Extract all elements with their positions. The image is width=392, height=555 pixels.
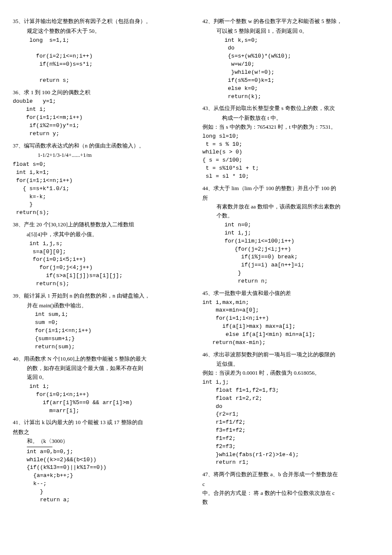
problem-38-title: 38、产生 20 个[30,120]上的随机整数放入二维数组 xyxy=(13,220,190,229)
problem-40-sub2: 返回 0。 xyxy=(13,373,190,382)
problem-42-title: 42、判断一个整数 w 的各位数字平方之和能否被 5 整除， xyxy=(202,17,379,26)
problem-41-code: int a=0,b=0,j; while((k>=2)&&(b<10)) {if… xyxy=(13,448,190,504)
problem-41-title: 41、计算出 k 以内最大的 10 个能被 13 或 17 整除的自 xyxy=(13,418,190,427)
problem-45: 45、求一批数中最大值和最小值的差 int i,max,min; max=min… xyxy=(202,289,379,347)
problem-43-example: 例如：当 s 中的数为：7654321 时，t 中的数为：7531。 xyxy=(202,123,379,132)
problem-42-sub: 可以被 5 整除则返回 1，否则返回 0。 xyxy=(202,27,379,36)
problem-38: 38、产生 20 个[30,120]上的随机整数放入二维数组 a[5][4]中，… xyxy=(13,220,190,288)
problem-40: 40、用函数求 N 个[10,60]上的整数中能被 5 整除的最大 的数，如存在… xyxy=(13,355,190,415)
problem-47-sub3: 数 xyxy=(202,498,379,507)
problem-44-title: 44、求大于 lim（lim 小于 100 的整数）并且小于 100 的 xyxy=(202,184,379,193)
problem-39-sub: 并在 main()函数中输出。 xyxy=(13,301,190,310)
problem-43-title: 43、从低位开始取出长整型变量 s 奇数位上的数，依次 xyxy=(202,104,379,113)
problem-46-code: int i,j; float f1=1,f2=1,f3; float r1=2,… xyxy=(202,379,379,467)
problem-46-example: 例如：当误差为 0.0001 时，函数值为 0.618056。 xyxy=(202,369,379,378)
problem-41: 41、计算出 k 以内最大的 10 个能被 13 或 17 整除的自 然数之 和… xyxy=(13,418,190,504)
problem-43-sub: 构成一个新数放在 t 中。 xyxy=(202,114,379,123)
problem-47: 47、将两个两位数的正整数 a、b 合并形成一个整数放在 c 中。合并的方式是：… xyxy=(202,470,379,506)
problem-37: 37、编写函数求表达式的和（n 的值由主函数输入）。 1-1/2+1/3-1/4… xyxy=(13,142,190,217)
left-column: 35、计算并输出给定整数的所有因子之积（包括自身）。 规定这个整数的值不大于 5… xyxy=(13,17,190,509)
problem-41-sub1: 然数之 xyxy=(13,428,190,437)
problem-44-sub1: 所 xyxy=(202,194,379,203)
separator-line xyxy=(27,447,52,447)
problem-39-code: int sum,i; sum =0; for(i=1;i<=n;i++) {su… xyxy=(13,311,190,351)
problem-42-code: int k,s=0; do {s=s+(w%10)*(w%10); w=w/10… xyxy=(202,37,379,101)
problem-47-title: 47、将两个两位数的正整数 a、b 合并形成一个整数放在 xyxy=(202,470,379,479)
problem-44-code: int n=0; int i,j; for(i=lim;i<=100;i++) … xyxy=(202,221,379,286)
problem-39: 39、能计算从 1 开始到 n 的自然数的和，n 由键盘输入， 并在 main(… xyxy=(13,292,190,351)
problem-35-sub: 规定这个整数的值不大于 50。 xyxy=(13,27,190,36)
problem-46-sub: 近似值。 xyxy=(202,360,379,369)
problem-42: 42、判断一个整数 w 的各位数字平方之和能否被 5 整除， 可以被 5 整除则… xyxy=(202,17,379,101)
problem-45-code: int i,max,min; max=min=a[0]; for(i=1;i<n… xyxy=(202,299,379,347)
problem-47-sub2: 中。合并的方式是： 将 a 数的十位和个位数依次放在 c xyxy=(202,489,379,498)
problem-36-title: 36、求 1 到 100 之间的偶数之积 xyxy=(13,88,190,97)
problem-38-sub: a[5][4]中，求其中的最小值。 xyxy=(13,230,190,239)
problem-35-title: 35、计算并输出给定整数的所有因子之积（包括自身）。 xyxy=(13,17,190,26)
problem-39-title: 39、能计算从 1 开始到 n 的自然数的和，n 由键盘输入， xyxy=(13,292,190,301)
problem-47-sub1: c xyxy=(202,480,379,489)
problem-40-sub: 的数，如存在则返回这个最大值，如果不存在则 xyxy=(13,364,190,373)
problem-37-code: float s=0; int i,k=1; for(i=1;i<=n;i++) … xyxy=(13,161,190,217)
problem-44-sub3: 个数。 xyxy=(202,211,379,220)
problem-41-sub2: 和。（k〈3000） xyxy=(13,437,190,446)
problem-44: 44、求大于 lim（lim 小于 100 的整数）并且小于 100 的 所 有… xyxy=(202,184,379,286)
problem-36-code: double y=1; int i; for(i=1;i<=m;i++) if(… xyxy=(13,98,190,138)
problem-36: 36、求 1 到 100 之间的偶数之积 double y=1; int i; … xyxy=(13,88,190,138)
problem-44-sub2: 有素数并放在 aa 数组中，该函数返回所求出素数的 xyxy=(202,202,379,211)
problem-37-title: 37、编写函数求表达式的和（n 的值由主函数输入）。 xyxy=(13,142,190,150)
problem-35: 35、计算并输出给定整数的所有因子之积（包括自身）。 规定这个整数的值不大于 5… xyxy=(13,17,190,85)
problem-40-code: int i; for(i=0;i<n;i++) if(arr[i]%5==0 &… xyxy=(13,383,190,415)
problem-46-title: 46、求出菲波那契数列的前一项与后一项之比的极限的 xyxy=(202,350,379,359)
problem-38-code: int i,j,s; s=a[0][0]; for(i=0;i<5;i++) f… xyxy=(13,240,190,288)
problem-43: 43、从低位开始取出长整型变量 s 奇数位上的数，依次 构成一个新数放在 t 中… xyxy=(202,104,379,180)
problem-45-title: 45、求一批数中最大值和最小值的差 xyxy=(202,289,379,298)
problem-35-code: long s=1,i; for(i=2;i<=n;i++) if(n%i==0)… xyxy=(13,37,190,85)
problem-43-code: long sl=10; t = s % 10; while(s > 0) { s… xyxy=(202,133,379,181)
problem-40-title: 40、用函数求 N 个[10,60]上的整数中能被 5 整除的最大 xyxy=(13,355,190,364)
right-column: 42、判断一个整数 w 的各位数字平方之和能否被 5 整除， 可以被 5 整除则… xyxy=(202,17,379,509)
problem-46: 46、求出菲波那契数列的前一项与后一项之比的极限的 近似值。 例如：当误差为 0… xyxy=(202,350,379,467)
problem-37-sub: 1-1/2+1/3-1/4+......+1/m xyxy=(13,151,190,160)
